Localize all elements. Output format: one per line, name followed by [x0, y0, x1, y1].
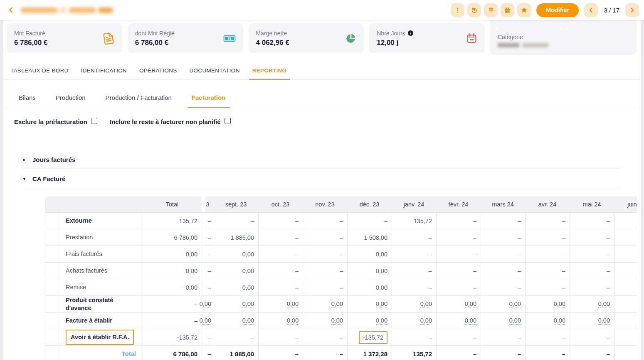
cell-value: 0,00 — [598, 300, 610, 308]
subtab-facturation[interactable]: Facturation — [188, 94, 230, 108]
editable-cell[interactable]: 0,00 — [392, 313, 436, 329]
value-cell: 0,00 — [347, 263, 392, 279]
tab-reporting[interactable]: REPORTING — [252, 62, 287, 79]
signpost-button[interactable] — [484, 3, 498, 17]
section-ca-facture[interactable]: ▾CA Facturé — [23, 169, 620, 188]
value-cell: – — [436, 346, 481, 360]
editable-cell[interactable]: 0,00 — [392, 296, 436, 312]
kpi-text: Mnt Facturé6 786,00 € — [14, 30, 97, 47]
previous-record-button[interactable] — [584, 3, 598, 17]
editable-cell[interactable]: 0,00 — [258, 313, 303, 329]
kpi-label: Mnt Facturé — [14, 30, 97, 37]
kpi-card-nbre-jours: Nbre Joursi12,00 j — [369, 23, 485, 53]
table-row-remise: Remise0,00–0,00––0,00––––– — [45, 279, 637, 295]
value-cell: 0,00 — [143, 246, 202, 262]
gift-button[interactable] — [501, 3, 514, 17]
tab-operations[interactable]: OPÉRATIONS — [139, 62, 177, 79]
row-gutter-cell — [45, 279, 59, 295]
cell-value: – — [473, 234, 476, 241]
table-row-prestation: Prestation6 786,00–1 885,00––1 508,00–––… — [45, 229, 637, 246]
editable-cell[interactable]: 0,00 — [570, 296, 614, 312]
info-icon[interactable]: i — [408, 30, 413, 36]
cell-value: 6 786,00 — [174, 234, 197, 241]
next-record-button[interactable] — [625, 3, 639, 17]
editable-cell[interactable]: 0,00 — [525, 296, 570, 312]
row-label: Prestation — [59, 229, 143, 246]
editable-cell[interactable]: 0,00 — [347, 313, 392, 329]
row-label: Frais facturés — [59, 246, 143, 262]
editable-cell[interactable]: 0,00 — [570, 313, 614, 329]
cell-value: 0,00 — [331, 317, 343, 325]
cell-value: – — [208, 218, 211, 224]
cell-value: 1 508,00 — [364, 234, 387, 241]
subtab-production-facturation[interactable]: Production / Facturation — [101, 94, 176, 108]
cell-value: – — [562, 334, 565, 341]
cell-value: 0,00 — [509, 300, 521, 308]
editable-cell[interactable]: 0,00 — [481, 313, 525, 329]
value-cell: – — [303, 279, 347, 295]
editable-cell[interactable]: 0,00 — [525, 313, 570, 329]
back-button[interactable] — [5, 4, 17, 16]
value-cell: 0,00 — [214, 263, 258, 279]
section-jours-factures[interactable]: ▸Jours facturés — [23, 152, 620, 169]
value-cell: – — [481, 279, 525, 295]
cell-value: 0,00 — [287, 317, 299, 325]
subtab-production[interactable]: Production — [52, 94, 90, 108]
value-cell: – — [392, 229, 436, 246]
editable-cell[interactable]: 0,00 — [214, 313, 258, 329]
value-cell: – — [570, 213, 614, 229]
kpi-value: 12,00 j — [377, 39, 460, 47]
value-cell: – — [303, 329, 347, 345]
value-cell — [614, 329, 637, 345]
subtab-bilans[interactable]: Bilans — [15, 94, 40, 108]
top-bar-actions: Modifier 3 / 17 — [451, 3, 639, 17]
tab-documentation[interactable]: DOCUMENTATION — [190, 62, 240, 79]
editable-cell[interactable]: 0,00 — [214, 296, 258, 312]
cell-value: 0,00 — [420, 317, 432, 325]
top-bar: Modifier 3 / 17 — [0, 0, 644, 20]
cell-value: – — [518, 284, 521, 291]
value-cell: 135,72 — [392, 213, 436, 229]
cell-value: – — [562, 251, 565, 258]
record-title-blurred — [21, 7, 113, 13]
cell-value: 0,00 — [420, 300, 432, 308]
value-cell: 135,72 — [143, 213, 202, 229]
cell-value: – — [295, 268, 299, 274]
value-cell: – — [436, 279, 481, 295]
editable-cell[interactable]: 0,00 — [303, 296, 347, 312]
kpi-text: Marge nette4 062,96 € — [256, 30, 339, 47]
ca-facture-table: Total3sept. 23oct. 23nov. 23déc. 23janv.… — [45, 196, 637, 360]
value-cell: 0,00 — [214, 279, 258, 295]
history-button[interactable] — [467, 3, 481, 17]
tab-identification[interactable]: IDENTIFICATION — [81, 62, 127, 79]
modify-button[interactable]: Modifier — [536, 3, 579, 17]
favorite-button[interactable] — [517, 3, 531, 17]
kebab-menu-button[interactable] — [451, 3, 464, 17]
editable-cell[interactable]: 0,00 — [481, 296, 525, 312]
cell-value: – — [340, 218, 343, 224]
editable-cell[interactable]: 0,00 — [436, 313, 481, 329]
value-cell: – — [258, 329, 303, 345]
value-cell: – — [481, 229, 525, 246]
checkbox-exclure-la-prefacturation[interactable] — [91, 118, 97, 124]
editable-cell[interactable]: 0,00 — [303, 313, 347, 329]
checkbox-inclure-le-reste-a-facturer-non-planifie[interactable] — [225, 118, 231, 124]
section-label: Jours facturés — [32, 156, 75, 163]
section-label: CA Facturé — [32, 175, 65, 182]
cell-value: – — [562, 218, 565, 224]
value-cell: – — [436, 329, 481, 345]
cell-value: – — [607, 350, 610, 358]
editable-cell[interactable]: 0,00 — [258, 296, 303, 312]
editable-cell[interactable]: 0,00 — [436, 296, 481, 312]
cell-value: – — [429, 251, 432, 258]
value-cell: – — [525, 279, 570, 295]
editable-cell[interactable]: 0,00 — [347, 296, 392, 312]
value-cell: – — [436, 213, 481, 229]
editable-cell[interactable]: 0,00 — [202, 296, 214, 312]
value-cell: 0,00 — [214, 246, 258, 262]
tab-tableaux-de-bord[interactable]: TABLEAUX DE BORD — [10, 62, 69, 79]
cell-value: – — [295, 350, 299, 358]
editable-cell[interactable]: 0,00 — [202, 313, 214, 329]
cell-value: 1 372,28 — [363, 350, 387, 358]
value-cell: -135,72 — [143, 329, 202, 345]
